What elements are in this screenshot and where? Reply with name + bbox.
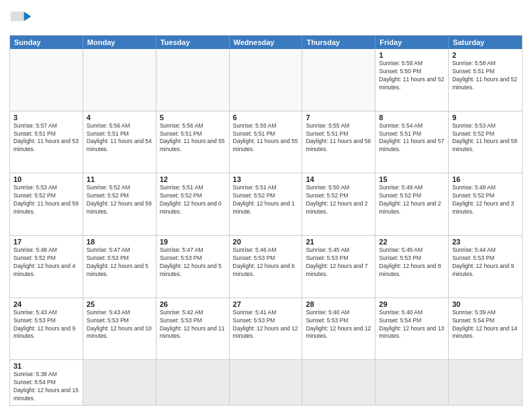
day-info: Sunrise: 5:40 AMSunset: 5:53 PMDaylight:… (306, 309, 371, 341)
day-cell-16: 16Sunrise: 5:49 AMSunset: 5:52 PMDayligh… (449, 173, 522, 235)
day-number: 2 (452, 51, 519, 59)
day-cell-4: 4Sunrise: 5:56 AMSunset: 5:51 PMDaylight… (83, 111, 157, 173)
day-number: 29 (379, 300, 445, 308)
day-cell-19: 19Sunrise: 5:47 AMSunset: 5:53 PMDayligh… (157, 236, 230, 298)
day-cell-14: 14Sunrise: 5:50 AMSunset: 5:52 PMDayligh… (302, 173, 375, 235)
calendar-row-3: 17Sunrise: 5:48 AMSunset: 5:52 PMDayligh… (10, 235, 522, 298)
calendar-row-1: 3Sunrise: 5:57 AMSunset: 5:51 PMDaylight… (10, 111, 522, 173)
day-number: 22 (379, 238, 445, 246)
day-number: 6 (233, 113, 299, 122)
day-info: Sunrise: 5:43 AMSunset: 5:53 PMDaylight:… (87, 309, 152, 341)
day-number: 25 (87, 300, 152, 308)
day-cell-6: 6Sunrise: 5:55 AMSunset: 5:51 PMDaylight… (230, 111, 303, 173)
day-cell-18: 18Sunrise: 5:47 AMSunset: 5:53 PMDayligh… (83, 236, 157, 298)
calendar-row-0: 1Sunrise: 5:58 AMSunset: 5:50 PMDaylight… (10, 49, 522, 111)
day-cell-1: 1Sunrise: 5:58 AMSunset: 5:50 PMDaylight… (375, 49, 449, 111)
day-cell-5: 5Sunrise: 5:56 AMSunset: 5:51 PMDaylight… (157, 111, 230, 173)
day-info: Sunrise: 5:53 AMSunset: 5:52 PMDaylight:… (452, 122, 519, 154)
weekday-header-tuesday: Tuesday (157, 36, 230, 49)
calendar-row-2: 10Sunrise: 5:53 AMSunset: 5:52 PMDayligh… (10, 173, 522, 235)
calendar-body: 1Sunrise: 5:58 AMSunset: 5:50 PMDaylight… (10, 49, 522, 405)
header (9, 7, 523, 31)
day-info: Sunrise: 5:49 AMSunset: 5:52 PMDaylight:… (452, 184, 519, 216)
logo (9, 7, 36, 31)
day-number: 8 (379, 113, 445, 122)
day-cell-30: 30Sunrise: 5:39 AMSunset: 5:54 PMDayligh… (449, 298, 522, 360)
weekday-header-sunday: Sunday (10, 36, 83, 49)
day-number: 13 (233, 175, 299, 183)
day-cell-25: 25Sunrise: 5:43 AMSunset: 5:53 PMDayligh… (83, 298, 157, 360)
day-cell-21: 21Sunrise: 5:45 AMSunset: 5:53 PMDayligh… (302, 236, 375, 298)
calendar: SundayMondayTuesdayWednesdayThursdayFrid… (9, 35, 523, 406)
day-number: 1 (379, 51, 445, 59)
day-cell-20: 20Sunrise: 5:46 AMSunset: 5:53 PMDayligh… (230, 236, 303, 298)
day-info: Sunrise: 5:53 AMSunset: 5:52 PMDaylight:… (13, 184, 79, 216)
day-number: 24 (13, 300, 79, 308)
day-number: 4 (87, 113, 152, 122)
day-cell-24: 24Sunrise: 5:43 AMSunset: 5:53 PMDayligh… (10, 298, 83, 360)
day-info: Sunrise: 5:47 AMSunset: 5:53 PMDaylight:… (87, 246, 152, 279)
empty-cell (83, 49, 157, 111)
day-cell-8: 8Sunrise: 5:54 AMSunset: 5:51 PMDaylight… (375, 111, 449, 173)
day-info: Sunrise: 5:51 AMSunset: 5:52 PMDaylight:… (160, 184, 226, 216)
day-info: Sunrise: 5:43 AMSunset: 5:53 PMDaylight:… (13, 309, 79, 341)
day-cell-23: 23Sunrise: 5:44 AMSunset: 5:53 PMDayligh… (449, 236, 522, 298)
day-number: 16 (452, 175, 519, 183)
day-number: 15 (379, 175, 445, 183)
svg-marker-1 (24, 11, 32, 21)
empty-cell (230, 360, 303, 405)
day-cell-2: 2Sunrise: 5:58 AMSunset: 5:51 PMDaylight… (449, 49, 522, 111)
day-info: Sunrise: 5:55 AMSunset: 5:51 PMDaylight:… (306, 122, 371, 154)
empty-cell (157, 49, 230, 111)
calendar-row-4: 24Sunrise: 5:43 AMSunset: 5:53 PMDayligh… (10, 298, 522, 360)
day-number: 19 (160, 238, 226, 246)
day-cell-27: 27Sunrise: 5:41 AMSunset: 5:53 PMDayligh… (230, 298, 303, 360)
day-cell-15: 15Sunrise: 5:49 AMSunset: 5:52 PMDayligh… (375, 173, 449, 235)
page: SundayMondayTuesdayWednesdayThursdayFrid… (0, 0, 532, 411)
calendar-header: SundayMondayTuesdayWednesdayThursdayFrid… (10, 36, 522, 49)
day-number: 28 (306, 300, 371, 308)
day-info: Sunrise: 5:40 AMSunset: 5:54 PMDaylight:… (379, 309, 445, 341)
day-number: 10 (13, 175, 79, 183)
day-number: 23 (452, 238, 519, 246)
day-info: Sunrise: 5:51 AMSunset: 5:52 PMDaylight:… (233, 184, 299, 216)
day-info: Sunrise: 5:49 AMSunset: 5:52 PMDaylight:… (379, 184, 445, 216)
day-cell-17: 17Sunrise: 5:48 AMSunset: 5:52 PMDayligh… (10, 236, 83, 298)
weekday-header-monday: Monday (83, 36, 157, 49)
empty-cell (302, 360, 375, 405)
weekday-header-thursday: Thursday (302, 36, 375, 49)
empty-cell (302, 49, 375, 111)
day-number: 18 (87, 238, 152, 246)
day-cell-12: 12Sunrise: 5:51 AMSunset: 5:52 PMDayligh… (157, 173, 230, 235)
day-info: Sunrise: 5:55 AMSunset: 5:51 PMDaylight:… (233, 122, 299, 154)
day-info: Sunrise: 5:41 AMSunset: 5:53 PMDaylight:… (233, 309, 299, 341)
day-number: 11 (87, 175, 152, 183)
day-number: 27 (233, 300, 299, 308)
day-info: Sunrise: 5:50 AMSunset: 5:52 PMDaylight:… (306, 184, 371, 216)
day-info: Sunrise: 5:44 AMSunset: 5:53 PMDaylight:… (452, 246, 519, 279)
day-cell-7: 7Sunrise: 5:55 AMSunset: 5:51 PMDaylight… (302, 111, 375, 173)
day-info: Sunrise: 5:58 AMSunset: 5:50 PMDaylight:… (379, 60, 445, 92)
day-info: Sunrise: 5:46 AMSunset: 5:53 PMDaylight:… (233, 246, 299, 279)
weekday-header-wednesday: Wednesday (230, 36, 303, 49)
day-info: Sunrise: 5:57 AMSunset: 5:51 PMDaylight:… (13, 122, 79, 154)
day-cell-31: 31Sunrise: 5:38 AMSunset: 5:54 PMDayligh… (10, 360, 83, 405)
day-info: Sunrise: 5:45 AMSunset: 5:53 PMDaylight:… (379, 246, 445, 279)
empty-cell (10, 49, 83, 111)
day-info: Sunrise: 5:42 AMSunset: 5:53 PMDaylight:… (160, 309, 226, 341)
day-cell-9: 9Sunrise: 5:53 AMSunset: 5:52 PMDaylight… (449, 111, 522, 173)
weekday-header-saturday: Saturday (449, 36, 522, 49)
day-info: Sunrise: 5:56 AMSunset: 5:51 PMDaylight:… (87, 122, 152, 154)
empty-cell (83, 360, 157, 405)
day-number: 9 (452, 113, 519, 122)
day-info: Sunrise: 5:45 AMSunset: 5:53 PMDaylight:… (306, 246, 371, 279)
empty-cell (230, 49, 303, 111)
day-number: 17 (13, 238, 79, 246)
weekday-header-friday: Friday (375, 36, 449, 49)
empty-cell (449, 360, 522, 405)
day-info: Sunrise: 5:48 AMSunset: 5:52 PMDaylight:… (13, 246, 79, 279)
day-number: 12 (160, 175, 226, 183)
day-cell-29: 29Sunrise: 5:40 AMSunset: 5:54 PMDayligh… (375, 298, 449, 360)
day-number: 20 (233, 238, 299, 246)
day-number: 26 (160, 300, 226, 308)
